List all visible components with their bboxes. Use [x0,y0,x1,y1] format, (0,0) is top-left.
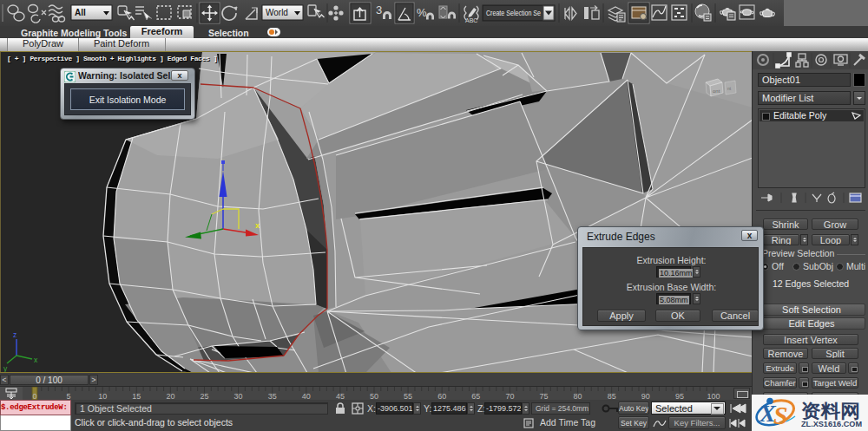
svg-text:World: World [266,8,288,17]
svg-text:S: S [773,401,788,429]
svg-text:3: 3 [376,3,382,16]
svg-text:z: z [13,330,16,339]
svg-text:x: x [255,221,260,230]
svg-text:nt: nt [727,86,732,91]
svg-text:资料网: 资料网 [801,401,860,421]
svg-text:ont: ont [713,88,720,94]
svg-text:%: % [417,6,427,19]
svg-text:All: All [75,8,86,17]
svg-text:ABC: ABC [465,17,477,23]
svg-text:Create Selection Se: Create Selection Se [486,8,541,17]
svg-text:ZL.XS1616.COM: ZL.XS1616.COM [801,420,862,428]
